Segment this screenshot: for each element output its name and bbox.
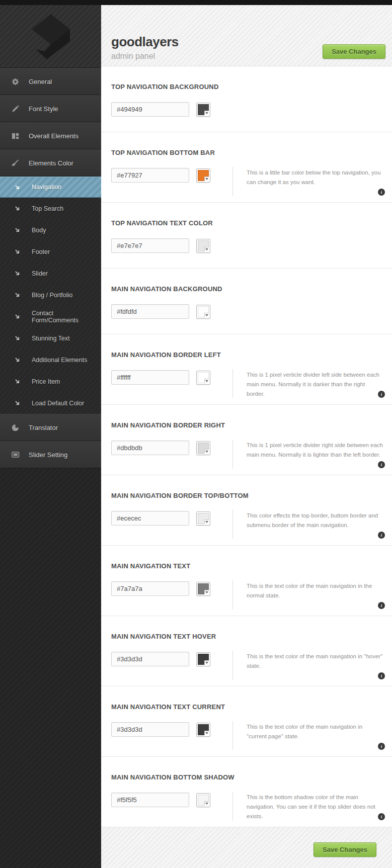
section-heading: MAIN NAVIGATION TEXT CURRENT — [111, 686, 383, 711]
arrow-se-icon — [13, 335, 22, 341]
page-layout: General Font Style Overall Elements Elem… — [0, 5, 392, 868]
sidebar-item-translator[interactable]: Translator — [0, 414, 101, 441]
setting-section-top-navigation-text-color: TOP NAVIGATION TEXT COLOR — [101, 203, 392, 269]
swatch-corner-icon — [204, 590, 209, 594]
section-description: This is the text color of the main navig… — [247, 581, 383, 600]
sidebar-item-overall-elements[interactable]: Overall Elements — [0, 122, 101, 149]
color-swatch-fill — [198, 654, 209, 665]
sidebar-item-font-style[interactable]: Font Style — [0, 95, 101, 122]
color-hex-input[interactable] — [111, 793, 189, 807]
sidebar-item-label: Blog / Portfolio — [32, 292, 72, 299]
info-icon[interactable]: i — [378, 672, 385, 679]
sidebar-item-additional-elements[interactable]: Additional Elements — [0, 349, 101, 371]
swatch-corner-icon — [204, 177, 209, 181]
settings-list: TOP NAVIGATION BACKGROUND TOP NAVIGATION… — [101, 66, 392, 827]
color-swatch-button[interactable] — [196, 239, 210, 253]
divider — [232, 580, 233, 610]
color-swatch-fill — [198, 170, 209, 181]
color-swatch-button[interactable] — [196, 582, 210, 596]
arrow-se-icon — [13, 379, 22, 384]
info-icon[interactable]: i — [378, 461, 385, 468]
sidebar-item-label: Overall Elements — [29, 132, 79, 140]
sidebar-item-load-default-color[interactable]: Load Default Color — [0, 392, 101, 414]
translator-icon — [11, 424, 20, 431]
sidebar-item-blog-portfolio[interactable]: Blog / Portfolio — [0, 284, 101, 306]
sidebar: General Font Style Overall Elements Elem… — [0, 5, 101, 868]
sidebar-item-label: Top Search — [32, 205, 63, 212]
section-description: This is a little bar color below the top… — [247, 168, 383, 187]
section-heading: MAIN NAVIGATION BACKGROUND — [111, 269, 383, 293]
sidebar-item-slider-setting[interactable]: Slider Setting — [0, 441, 101, 468]
color-hex-input[interactable] — [111, 652, 189, 666]
sidebar-item-body[interactable]: Body — [0, 219, 101, 241]
section-heading: TOP NAVIGATION TEXT COLOR — [111, 203, 383, 227]
color-swatch-button[interactable] — [196, 371, 210, 385]
color-swatch-button[interactable] — [196, 723, 210, 737]
arrow-se-icon — [13, 185, 22, 190]
sidebar-item-contact-form-comments[interactable]: Contact Form/Comments — [0, 306, 101, 327]
info-icon[interactable]: i — [378, 743, 385, 750]
divider — [232, 792, 233, 821]
section-description: This color effects the top border, butto… — [247, 511, 383, 530]
arrow-se-icon — [13, 357, 22, 363]
sidebar-item-label: Stunning Text — [32, 335, 70, 342]
swatch-corner-icon — [204, 313, 209, 317]
sidebar-item-slider[interactable]: Slider — [0, 263, 101, 284]
save-changes-button-bottom[interactable]: Save Changes — [313, 842, 376, 857]
color-swatch-button[interactable] — [196, 103, 210, 117]
info-icon[interactable]: i — [378, 813, 385, 820]
setting-section-main-navigation-border-right: MAIN NAVIGATION BORDER RIGHT This is 1 p… — [101, 405, 392, 475]
info-icon[interactable]: i — [378, 602, 385, 609]
sidebar-item-stunning-text[interactable]: Stunning Text — [0, 327, 101, 349]
info-icon[interactable]: i — [378, 391, 385, 398]
brush-icon — [11, 159, 20, 167]
color-swatch-button[interactable] — [196, 441, 210, 455]
layout-icon — [11, 132, 20, 140]
color-swatch-button[interactable] — [196, 305, 210, 319]
section-heading: MAIN NAVIGATION BORDER LEFT — [111, 334, 383, 359]
sidebar-item-label: Elements Color — [29, 159, 73, 167]
sidebar-item-label: Slider — [32, 270, 48, 277]
sidebar-item-navigation[interactable]: Navigation — [0, 177, 101, 198]
swatch-corner-icon — [204, 660, 209, 665]
sidebar-item-elements-color[interactable]: Elements Color — [0, 149, 101, 177]
color-swatch-fill — [198, 724, 209, 735]
info-icon[interactable]: i — [378, 189, 385, 196]
info-icon[interactable]: i — [378, 532, 385, 539]
setting-section-main-navigation-text-current: MAIN NAVIGATION TEXT CURRENT This is the… — [101, 686, 392, 757]
arrow-se-icon — [13, 249, 22, 254]
color-hex-input[interactable] — [111, 102, 189, 117]
color-swatch-button[interactable] — [196, 652, 210, 666]
sidebar-item-label: Slider Setting — [29, 451, 67, 459]
color-hex-input[interactable] — [111, 441, 189, 455]
color-swatch-button[interactable] — [196, 793, 210, 807]
section-heading: MAIN NAVIGATION BORDER RIGHT — [111, 405, 383, 429]
color-hex-input[interactable] — [111, 581, 189, 596]
color-swatch-fill — [198, 443, 209, 454]
swatch-corner-icon — [204, 379, 209, 383]
swatch-corner-icon — [204, 731, 209, 735]
color-hex-input[interactable] — [111, 370, 189, 385]
setting-section-main-navigation-background: MAIN NAVIGATION BACKGROUND — [101, 269, 392, 334]
color-hex-input[interactable] — [111, 511, 189, 526]
arrow-se-icon — [13, 292, 22, 298]
swatch-corner-icon — [204, 449, 209, 454]
divider — [232, 440, 233, 469]
color-hex-input[interactable] — [111, 238, 189, 253]
color-hex-input[interactable] — [111, 168, 189, 183]
swatch-corner-icon — [204, 111, 209, 115]
sidebar-item-top-search[interactable]: Top Search — [0, 198, 101, 219]
color-swatch-button[interactable] — [196, 168, 210, 183]
section-heading: MAIN NAVIGATION BOTTOM SHADOW — [111, 757, 383, 781]
color-hex-input[interactable] — [111, 722, 189, 737]
save-changes-button[interactable]: Save Changes — [323, 44, 385, 59]
color-swatch-button[interactable] — [196, 511, 210, 526]
sidebar-item-price-item[interactable]: Price Item — [0, 371, 101, 392]
gear-icon — [11, 78, 20, 85]
divider — [232, 721, 233, 750]
sidebar-item-general[interactable]: General — [0, 68, 101, 95]
color-hex-input[interactable] — [111, 304, 189, 319]
sidebar-item-footer[interactable]: Footer — [0, 241, 101, 263]
section-description: This is the text color of the main navig… — [247, 722, 383, 741]
section-description: This is 1 pixel verticle divider right s… — [247, 441, 383, 460]
